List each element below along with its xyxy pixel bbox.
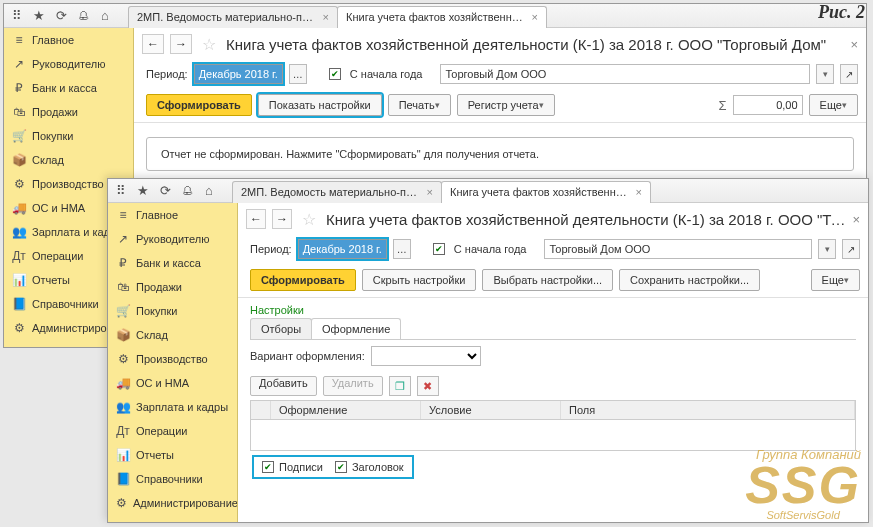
chart-icon: ↗ [116,232,130,246]
grid-col-check [251,401,271,419]
period-input[interactable]: Декабрь 2018 г. [298,239,387,259]
apps-icon[interactable]: ⠿ [114,184,128,198]
sidebar-item-sales[interactable]: 🛍Продажи [108,275,237,299]
forward-button[interactable]: → [170,34,192,54]
tab-kniga[interactable]: Книга учета фактов хозяйственной дея… × [337,6,547,28]
sidebar-item-manager[interactable]: ↗Руководителю [4,52,133,76]
sidebar-item-sales[interactable]: 🛍Продажи [4,100,133,124]
registry-button[interactable]: Регистр учета [457,94,555,116]
titlebar: ⠿ ★ ⟳ 🕭 ⌂ 2МП. Ведомость материально-про… [108,179,868,203]
show-settings-button[interactable]: Показать настройки [258,94,382,116]
report-icon: 📊 [116,448,130,462]
subtab-filters[interactable]: Отборы [250,318,312,339]
sidebar-item-production[interactable]: ⚙Производство [108,347,237,371]
sidebar-item-label: Покупки [136,305,177,317]
clear-icon[interactable]: ✖ [417,376,439,396]
back-button[interactable]: ← [246,209,266,229]
sidebar-item-manager[interactable]: ↗Руководителю [108,227,237,251]
close-icon[interactable]: × [323,11,329,23]
sidebar-item-warehouse[interactable]: 📦Склад [4,148,133,172]
organization-field[interactable]: Торговый Дом ООО [440,64,810,84]
org-dropdown-button[interactable] [818,239,836,259]
tab-kniga[interactable]: Книга учета фактов хозяйственной… × [441,181,651,203]
delete-button[interactable]: Удалить [323,376,383,396]
book-icon: 📘 [116,472,130,486]
sidebar-item-label: Руководителю [32,58,105,70]
close-icon[interactable]: × [852,212,860,227]
history-icon[interactable]: ⟳ [158,184,172,198]
period-input[interactable]: Декабрь 2018 г. [194,64,283,84]
tab-label: Книга учета фактов хозяйственной… [450,186,630,198]
sidebar-item-label: Банк и касса [32,82,97,94]
organization-field[interactable]: Торговый Дом ООО [544,239,812,259]
info-message: Отчет не сформирован. Нажмите "Сформиров… [146,137,854,171]
grid-body[interactable] [251,420,855,450]
sidebar-item-main[interactable]: ≡Главное [108,203,237,227]
star-icon[interactable]: ★ [136,184,150,198]
form-button[interactable]: Сформировать [146,94,252,116]
period-label: Период: [250,243,292,255]
org-dropdown-button[interactable] [816,64,834,84]
close-icon[interactable]: × [427,186,433,198]
window-2: ⠿ ★ ⟳ 🕭 ⌂ 2МП. Ведомость материально-про… [107,178,869,523]
home-icon[interactable]: ⌂ [202,184,216,198]
star-outline-icon[interactable]: ☆ [202,35,216,54]
close-icon[interactable]: × [850,37,858,52]
sidebar-item-admin[interactable]: ⚙Администрирование [108,491,237,515]
truck-icon: 🚚 [116,376,130,390]
signatures-checkbox[interactable] [262,461,274,473]
tab-vedomost[interactable]: 2МП. Ведомость материально-про… × [232,181,442,203]
ruble-icon: ₽ [12,81,26,95]
sidebar-item-purchases[interactable]: 🛒Покупки [108,299,237,323]
apps-icon[interactable]: ⠿ [10,9,24,23]
home-icon[interactable]: ⌂ [98,9,112,23]
sidebar-item-bank[interactable]: ₽Банк и касса [4,76,133,100]
variant-select[interactable] [371,346,481,366]
signatures-label: Подписи [279,461,323,473]
close-icon[interactable]: × [636,186,642,198]
form-button[interactable]: Сформировать [250,269,356,291]
sidebar-item-purchases[interactable]: 🛒Покупки [4,124,133,148]
subtab-format[interactable]: Оформление [311,318,401,339]
sidebar-item-label: Склад [32,154,64,166]
dt-icon: Дт [12,249,26,263]
bell-icon[interactable]: 🕭 [180,184,194,198]
copy-icon[interactable]: ❐ [389,376,411,396]
sidebar-item-os-nma[interactable]: 🚚ОС и НМА [108,371,237,395]
bell-icon[interactable]: 🕭 [76,9,90,23]
print-button[interactable]: Печать [388,94,451,116]
more-button[interactable]: Еще [809,94,858,116]
sidebar-item-main[interactable]: ≡Главное [4,28,133,52]
header-checkbox[interactable] [335,461,347,473]
from-begin-year-checkbox[interactable] [329,68,341,80]
star-icon[interactable]: ★ [32,9,46,23]
select-settings-button[interactable]: Выбрать настройки... [482,269,613,291]
add-button[interactable]: Добавить [250,376,317,396]
back-button[interactable]: ← [142,34,164,54]
forward-button[interactable]: → [272,209,292,229]
more-button[interactable]: Еще [811,269,860,291]
sidebar-item-directories[interactable]: 📘Справочники [108,467,237,491]
hide-settings-button[interactable]: Скрыть настройки [362,269,477,291]
period-picker-button[interactable]: … [393,239,411,259]
org-open-button[interactable]: ↗ [842,239,860,259]
footer-checks-highlight: Подписи Заголовок [254,457,412,477]
history-icon[interactable]: ⟳ [54,9,68,23]
sidebar-item-salary[interactable]: 👥Зарплата и кадры [108,395,237,419]
star-outline-icon[interactable]: ☆ [302,210,316,229]
from-begin-year-checkbox[interactable] [433,243,445,255]
save-settings-button[interactable]: Сохранить настройки... [619,269,760,291]
report-icon: 📊 [12,273,26,287]
sidebar-item-label: Администрирование [133,497,238,509]
sidebar-item-reports[interactable]: 📊Отчеты [108,443,237,467]
sidebar: ≡Главное ↗Руководителю ₽Банк и касса 🛍Пр… [108,203,238,522]
sidebar-item-label: Справочники [32,298,99,310]
sidebar-item-warehouse[interactable]: 📦Склад [108,323,237,347]
sidebar-item-bank[interactable]: ₽Банк и касса [108,251,237,275]
org-open-button[interactable]: ↗ [840,64,858,84]
close-icon[interactable]: × [532,11,538,23]
sidebar-item-operations[interactable]: ДтОперации [108,419,237,443]
sum-field[interactable]: 0,00 [733,95,803,115]
tab-vedomost[interactable]: 2МП. Ведомость материально-производств… … [128,6,338,28]
period-picker-button[interactable]: … [289,64,307,84]
